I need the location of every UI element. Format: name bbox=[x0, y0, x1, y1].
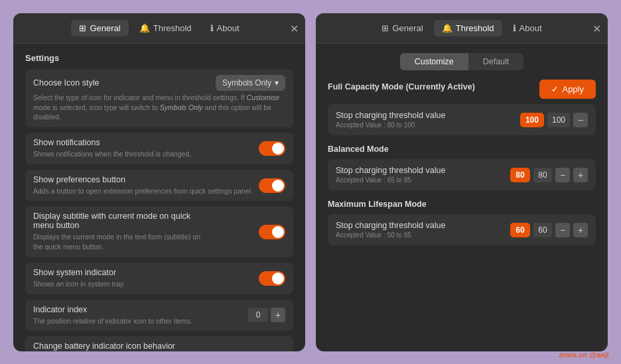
lifespan-num: 60 bbox=[533, 223, 552, 237]
right-tab-general[interactable]: ⊞ General bbox=[374, 20, 431, 36]
balanced-section: Balanced Mode Stop charging threshold va… bbox=[328, 145, 596, 190]
balanced-row: Stop charging threshold value Accepted V… bbox=[328, 159, 596, 190]
full-capacity-badge: 100 bbox=[520, 113, 544, 127]
balanced-badge: 80 bbox=[510, 168, 530, 182]
left-panel: ⊞ General 🔔 Threshold ℹ About ✕ Settings… bbox=[13, 13, 305, 351]
notifications-desc: Shows notifications when the threshold i… bbox=[33, 149, 191, 159]
lifespan-section: Maximum Lifespan Mode Stop charging thre… bbox=[328, 200, 596, 245]
full-capacity-num: 100 bbox=[547, 113, 570, 127]
setting-row-battery: Change battery indicator icon behavior S… bbox=[25, 336, 293, 351]
full-capacity-accepted: Accepted Value : 80 to 100 bbox=[336, 121, 520, 129]
index-label: Indicator index bbox=[33, 305, 192, 314]
watermark: znwx.cn @anji_ bbox=[559, 351, 613, 359]
subtitle-desc: Displays the current mode in the text fo… bbox=[33, 232, 206, 251]
lifespan-badge: 60 bbox=[510, 223, 530, 237]
notifications-toggle[interactable] bbox=[259, 141, 285, 156]
right-tab-threshold[interactable]: 🔔 Threshold bbox=[434, 20, 502, 36]
setting-row-preferences: Show preferences button Adds a button to… bbox=[25, 170, 293, 202]
apply-button[interactable]: ✓ Apply bbox=[539, 80, 596, 99]
index-stepper: 0 + bbox=[248, 308, 285, 322]
index-desc: The position relative of indicator icon … bbox=[33, 316, 192, 326]
right-panel-body: Customize Default Full Capacity Mode (Cu… bbox=[316, 44, 608, 351]
default-tab[interactable]: Default bbox=[468, 53, 524, 70]
mode-tabs: Customize Default bbox=[328, 53, 596, 70]
bell-icon-right: 🔔 bbox=[442, 23, 452, 33]
left-tab-about[interactable]: ℹ About bbox=[202, 20, 247, 36]
subtitle-label: Display subtitle with current mode on qu… bbox=[33, 212, 206, 230]
right-tab-about[interactable]: ℹ About bbox=[505, 20, 550, 36]
index-value: 0 bbox=[248, 308, 268, 322]
left-panel-header: ⊞ General 🔔 Threshold ℹ About ✕ bbox=[13, 13, 305, 44]
preferences-label: Show preferences button bbox=[33, 175, 253, 184]
info-icon: ℹ bbox=[210, 23, 214, 33]
indicator-desc: Shows an icon in system tray. bbox=[33, 279, 125, 289]
lifespan-row: Stop charging threshold value Accepted V… bbox=[328, 214, 596, 245]
customize-tab[interactable]: Customize bbox=[400, 53, 468, 70]
subtitle-toggle[interactable] bbox=[259, 225, 285, 239]
indicator-label: Show system indicator bbox=[33, 268, 125, 277]
full-capacity-section: Full Capacity Mode (Currently Active) ✓ … bbox=[328, 80, 596, 135]
left-close-button[interactable]: ✕ bbox=[290, 22, 299, 34]
lifespan-increment[interactable]: + bbox=[573, 223, 588, 237]
lifespan-title: Maximum Lifespan Mode bbox=[328, 200, 596, 209]
balanced-num: 80 bbox=[533, 168, 552, 182]
setting-row-notifications: Show notifications Shows notifications w… bbox=[25, 133, 293, 164]
left-panel-body: Settings Choose Icon style Symbols Only … bbox=[13, 44, 305, 351]
setting-row-subtitle: Display subtitle with current mode on qu… bbox=[25, 206, 293, 257]
bell-icon: 🔔 bbox=[139, 23, 150, 33]
preferences-toggle[interactable] bbox=[259, 178, 285, 193]
setting-row-indicator: Show system indicator Shows an icon in s… bbox=[25, 263, 293, 294]
balanced-increment[interactable]: + bbox=[573, 168, 588, 182]
icon-style-label: Choose Icon style bbox=[33, 78, 99, 88]
full-capacity-controls: 100 100 − bbox=[520, 113, 588, 127]
balanced-decrement[interactable]: − bbox=[555, 168, 570, 182]
chevron-down-icon: ▾ bbox=[275, 78, 279, 88]
right-panel-header: ⊞ General 🔔 Threshold ℹ About ✕ bbox=[316, 13, 608, 44]
right-close-button[interactable]: ✕ bbox=[592, 22, 601, 34]
balanced-controls: 80 80 − + bbox=[510, 168, 588, 182]
full-capacity-threshold-label: Stop charging threshold value bbox=[336, 111, 520, 120]
grid-icon: ⊞ bbox=[79, 23, 86, 33]
left-tab-general[interactable]: ⊞ General bbox=[71, 20, 128, 36]
notifications-label: Show notifications bbox=[33, 138, 191, 147]
info-icon-right: ℹ bbox=[513, 23, 516, 33]
right-panel: ⊞ General 🔔 Threshold ℹ About ✕ Customiz… bbox=[316, 13, 608, 351]
setting-row-icon-style: Choose Icon style Symbols Only ▾ Select … bbox=[25, 70, 293, 127]
icon-style-desc: Select the type of icon for indicator an… bbox=[33, 93, 285, 122]
setting-row-index: Indicator index The position relative of… bbox=[25, 300, 293, 332]
full-capacity-decrement[interactable]: − bbox=[573, 113, 588, 127]
grid-icon-right: ⊞ bbox=[381, 23, 389, 33]
lifespan-controls: 60 60 − + bbox=[510, 223, 588, 237]
preferences-desc: Adds a button to open extension preferen… bbox=[33, 186, 253, 196]
full-capacity-title: Full Capacity Mode (Currently Active) bbox=[328, 82, 475, 91]
indicator-toggle[interactable] bbox=[259, 271, 285, 286]
check-icon: ✓ bbox=[551, 84, 559, 94]
balanced-title: Balanced Mode bbox=[328, 145, 596, 154]
left-tab-threshold[interactable]: 🔔 Threshold bbox=[131, 20, 200, 36]
lifespan-threshold-label: Stop charging threshold value bbox=[336, 221, 510, 230]
panels-container: ⊞ General 🔔 Threshold ℹ About ✕ Settings… bbox=[0, 0, 621, 364]
settings-title: Settings bbox=[25, 53, 293, 63]
full-capacity-row: Stop charging threshold value Accepted V… bbox=[328, 104, 596, 135]
balanced-accepted: Accepted Value : 65 to 85 bbox=[336, 176, 510, 184]
battery-label: Change battery indicator icon behavior bbox=[33, 341, 232, 351]
lifespan-decrement[interactable]: − bbox=[555, 223, 570, 237]
index-increment[interactable]: + bbox=[271, 308, 285, 322]
icon-style-dropdown[interactable]: Symbols Only ▾ bbox=[216, 75, 285, 91]
lifespan-accepted: Accepted Value : 50 to 85 bbox=[336, 231, 510, 239]
balanced-threshold-label: Stop charging threshold value bbox=[336, 166, 510, 175]
